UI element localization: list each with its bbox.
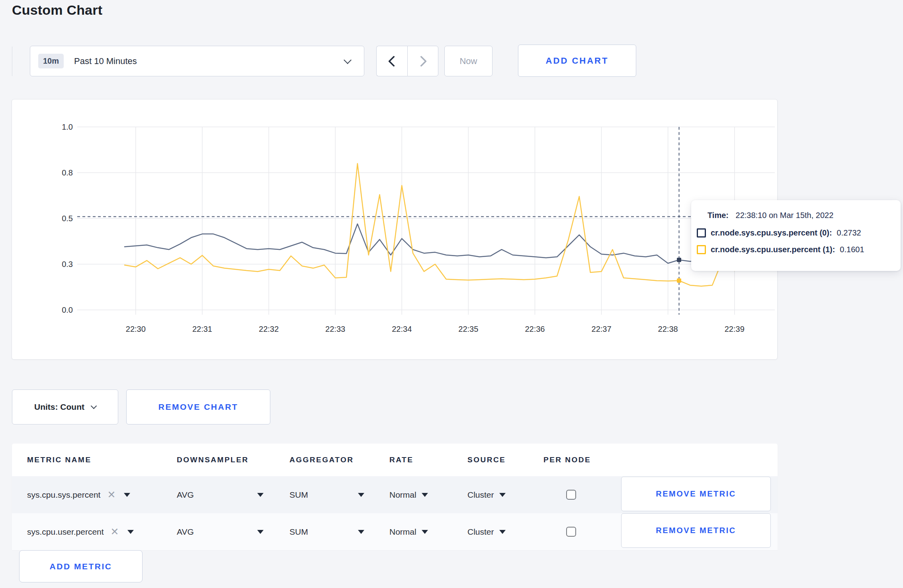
time-range-select[interactable]: 10m Past 10 Minutes	[30, 46, 364, 76]
prev-time-button[interactable]	[376, 46, 407, 76]
svg-text:0.8: 0.8	[62, 168, 73, 177]
tooltip-time-label: Time:	[708, 211, 729, 220]
sys-series-swatch-icon	[697, 228, 706, 238]
svg-text:22:34: 22:34	[392, 325, 412, 333]
user-series-swatch-icon	[697, 245, 706, 254]
add-chart-button[interactable]: ADD CHART	[518, 45, 636, 77]
caret-down-icon	[257, 530, 264, 534]
per-node-cell	[566, 476, 576, 513]
time-range-badge: 10m	[38, 54, 64, 68]
metric-name-select[interactable]: sys.cpu.user.percent ✕	[27, 513, 134, 550]
aggregator-select[interactable]: SUM	[289, 513, 364, 550]
metric-name-select[interactable]: sys.cpu.sys.percent ✕	[27, 476, 130, 513]
svg-text:22:33: 22:33	[325, 325, 345, 333]
next-time-button[interactable]	[407, 46, 438, 76]
caret-down-icon	[358, 530, 364, 534]
per-node-checkbox[interactable]	[566, 527, 576, 537]
column-header-downsampler: DOWNSAMPLER	[177, 444, 249, 476]
downsampler-value: AVG	[177, 527, 194, 537]
chevron-left-icon	[388, 55, 399, 66]
aggregator-select[interactable]: SUM	[289, 476, 364, 513]
units-select[interactable]: Units: Count	[12, 389, 118, 424]
chevron-down-icon	[91, 403, 97, 409]
downsampler-select[interactable]: AVG	[177, 513, 264, 550]
tooltip-time-row: Time: 22:38:10 on Mar 15th, 2022	[708, 211, 893, 220]
rate-value: Normal	[389, 527, 416, 537]
column-header-aggregator: AGGREGATOR	[289, 444, 354, 476]
caret-down-icon	[499, 493, 506, 497]
svg-text:0.3: 0.3	[62, 260, 73, 269]
source-select[interactable]: Cluster	[467, 476, 506, 513]
tooltip-time-value: 22:38:10 on Mar 15th, 2022	[736, 211, 834, 220]
svg-text:1.0: 1.0	[62, 123, 73, 131]
caret-down-icon	[499, 530, 506, 534]
per-node-checkbox[interactable]	[566, 490, 576, 500]
aggregator-value: SUM	[289, 490, 308, 500]
caret-down-icon	[257, 493, 264, 497]
remove-metric-button[interactable]: REMOVE METRIC	[621, 477, 771, 511]
remove-chart-button[interactable]: REMOVE CHART	[126, 389, 270, 424]
rate-value: Normal	[389, 490, 416, 500]
metric-name-value: sys.cpu.user.percent	[27, 527, 104, 537]
add-metric-button[interactable]: ADD METRIC	[19, 550, 143, 582]
rate-select[interactable]: Normal	[389, 513, 428, 550]
downsampler-value: AVG	[177, 490, 194, 500]
caret-down-icon	[422, 530, 428, 534]
chevron-down-icon	[344, 56, 352, 64]
line-chart[interactable]: 22:3022:3122:3222:3322:3422:3522:3622:37…	[12, 99, 777, 359]
svg-text:22:36: 22:36	[525, 325, 545, 333]
source-value: Cluster	[467, 527, 494, 537]
rate-select[interactable]: Normal	[389, 476, 428, 513]
clear-metric-icon[interactable]: ✕	[107, 490, 115, 500]
now-button[interactable]: Now	[444, 46, 493, 76]
page-title: Custom Chart	[12, 2, 102, 18]
chart-card: 22:3022:3122:3222:3322:3422:3522:3622:37…	[12, 99, 778, 360]
metrics-table: METRIC NAME DOWNSAMPLER AGGREGATOR RATE …	[12, 444, 778, 550]
source-select[interactable]: Cluster	[467, 513, 506, 550]
tooltip-series-value: 0.2732	[837, 228, 861, 238]
tooltip-series-label: cr.node.sys.cpu.user.percent (1):	[711, 245, 835, 254]
svg-text:22:30: 22:30	[126, 325, 146, 333]
svg-text:22:37: 22:37	[592, 325, 612, 333]
chevron-right-icon	[416, 55, 427, 66]
column-header-per-node: PER NODE	[543, 444, 591, 476]
svg-text:22:38: 22:38	[658, 325, 678, 333]
caret-down-icon[interactable]	[124, 493, 130, 497]
svg-text:22:32: 22:32	[259, 325, 279, 333]
per-node-cell	[566, 513, 576, 550]
tooltip-series-value: 0.1601	[840, 245, 864, 254]
caret-down-icon	[422, 493, 428, 497]
time-pager	[376, 46, 438, 76]
svg-text:22:39: 22:39	[725, 325, 745, 333]
column-header-metric-name: METRIC NAME	[27, 444, 92, 476]
toolbar-divider	[12, 47, 12, 76]
aggregator-value: SUM	[289, 527, 308, 537]
svg-text:0.0: 0.0	[62, 306, 73, 314]
metric-name-value: sys.cpu.sys.percent	[27, 490, 100, 500]
chart-tooltip: Time: 22:38:10 on Mar 15th, 2022 cr.node…	[691, 200, 901, 271]
tooltip-series-label: cr.node.sys.cpu.sys.percent (0):	[711, 228, 832, 238]
tooltip-series-row: cr.node.sys.cpu.user.percent (1): 0.1601	[697, 245, 893, 254]
column-header-source: SOURCE	[467, 444, 506, 476]
clear-metric-icon[interactable]: ✕	[111, 527, 119, 537]
svg-text:22:31: 22:31	[192, 325, 212, 333]
source-value: Cluster	[467, 490, 494, 500]
time-range-label: Past 10 Minutes	[74, 56, 345, 66]
caret-down-icon[interactable]	[127, 530, 134, 534]
downsampler-select[interactable]: AVG	[177, 476, 264, 513]
tooltip-series-row: cr.node.sys.cpu.sys.percent (0): 0.2732	[697, 228, 893, 238]
svg-text:0.5: 0.5	[62, 214, 73, 223]
column-header-rate: RATE	[389, 444, 413, 476]
remove-metric-button[interactable]: REMOVE METRIC	[621, 513, 771, 548]
svg-text:22:35: 22:35	[458, 325, 478, 333]
units-label: Units: Count	[34, 402, 84, 412]
caret-down-icon	[358, 493, 364, 497]
